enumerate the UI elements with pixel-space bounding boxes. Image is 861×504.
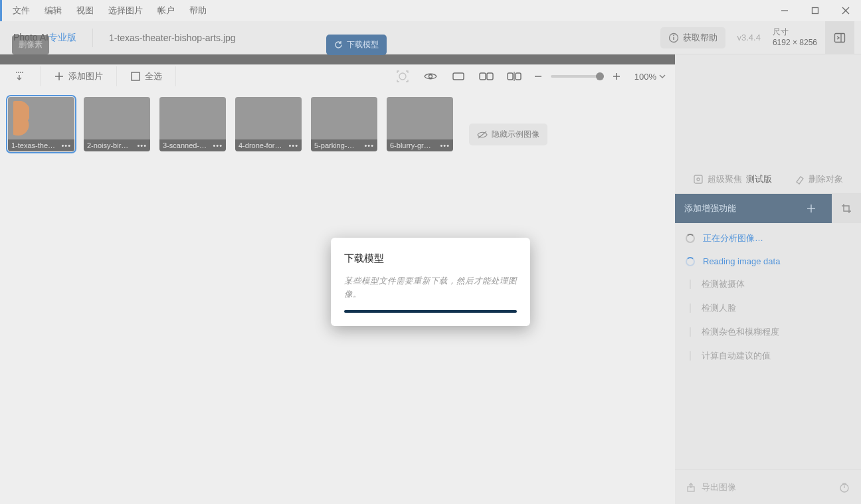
step-label: 检测人脸 <box>702 302 736 314</box>
view-single-button[interactable] <box>447 65 470 88</box>
step-label: 检测杂色和模糊程度 <box>702 326 779 338</box>
add-images-button[interactable]: 添加图片 <box>48 67 108 86</box>
svg-point-10 <box>18 72 19 73</box>
panel-icon <box>834 32 846 44</box>
thumbnail-label: 6-blurry-gr… <box>390 141 440 149</box>
menu-account[interactable]: 帐户 <box>157 5 175 17</box>
step-detect-subject: 检测被摄体 <box>686 278 850 290</box>
tab-superfocus-label: 超级聚焦 <box>708 173 742 185</box>
step-reading: Reading image data <box>686 256 850 266</box>
thumbnail-menu-button[interactable]: ••• <box>137 141 147 149</box>
plus-icon <box>54 71 64 82</box>
svg-rect-29 <box>694 175 702 183</box>
tab-remove-object[interactable]: 删除对象 <box>794 173 843 185</box>
toggle-sidebar-button[interactable] <box>825 21 854 54</box>
thumbnail-item[interactable]: 2-noisy-bir…••• <box>84 97 150 151</box>
export-icon <box>686 482 696 493</box>
thumbnail-menu-button[interactable]: ••• <box>61 141 71 149</box>
menubar: 文件 编辑 视图 选择图片 帐户 帮助 <box>0 0 861 21</box>
add-enhance-row: 添加增强功能 <box>675 194 861 223</box>
canvas-actions: 删像素 下载模型 <box>0 35 675 55</box>
select-all-button[interactable]: 全选 <box>125 67 167 86</box>
zoom-in-button[interactable] <box>609 65 624 88</box>
help-label: 获取帮助 <box>683 32 718 44</box>
face-icon <box>396 70 409 83</box>
hide-samples-label: 隐藏示例图像 <box>492 129 539 140</box>
spinner-icon <box>686 234 695 243</box>
face-detect-button[interactable] <box>391 65 414 88</box>
remove-pixel-badge[interactable]: 删像素 <box>12 35 49 54</box>
thumbnail-item[interactable]: 1-texas-the…••• <box>8 97 74 151</box>
thumbnail-item[interactable]: 5-parking-…••• <box>311 97 377 151</box>
close-button[interactable] <box>830 0 861 21</box>
select-all-label: 全选 <box>145 70 162 82</box>
right-sidebar: 超级聚焦 测试版 删除对象 添加增强功能 正在分析图像… <box>675 54 861 504</box>
chevron-down-icon <box>659 73 666 80</box>
beta-badge: 测试版 <box>746 173 772 185</box>
zoom-out-button[interactable] <box>531 65 545 88</box>
thumbnail-menu-button[interactable]: ••• <box>364 141 374 149</box>
size-value: 6192 × 8256 <box>773 38 817 48</box>
svg-rect-1 <box>813 8 818 14</box>
svg-rect-21 <box>487 73 493 80</box>
thumbnail-label: 3-scanned-… <box>163 141 213 149</box>
menu-select-image[interactable]: 选择图片 <box>108 5 143 17</box>
export-label[interactable]: 导出图像 <box>702 481 736 493</box>
thumbnail-image: 6-blurry-gr…••• <box>387 97 453 151</box>
thumbnail-item[interactable]: 3-scanned-…••• <box>159 97 226 151</box>
add-enhance-button[interactable]: 添加增强功能 <box>675 194 832 223</box>
preview-visible-button[interactable] <box>419 65 442 88</box>
thumbnail-label: 1-texas-the… <box>11 141 61 149</box>
timer-button[interactable] <box>838 481 850 493</box>
menu-file[interactable]: 文件 <box>13 5 30 17</box>
thumbnail-image: 3-scanned-…••• <box>159 97 226 151</box>
svg-point-17 <box>399 73 406 80</box>
menu-edit[interactable]: 编辑 <box>45 5 62 17</box>
svg-rect-20 <box>480 73 486 80</box>
clock-icon <box>838 481 850 493</box>
thumbnail-menu-button[interactable]: ••• <box>440 141 450 149</box>
plus-small-icon <box>612 72 621 81</box>
menu-help[interactable]: 帮助 <box>189 5 207 17</box>
image-toolbar: 添加图片 全选 <box>0 64 675 88</box>
step-detect-noise: 检测杂色和模糊程度 <box>686 326 850 338</box>
hide-samples-button[interactable]: 隐藏示例图像 <box>469 124 547 145</box>
minimize-button[interactable] <box>769 0 800 21</box>
thumbnail-image: 1-texas-the…••• <box>8 97 74 151</box>
maximize-button[interactable] <box>800 0 830 21</box>
svg-point-9 <box>16 72 17 73</box>
zoom-slider[interactable] <box>551 75 604 78</box>
thumbnail-item[interactable]: 4-drone-for…••• <box>235 97 302 151</box>
download-model-button[interactable]: 下载模型 <box>326 35 387 55</box>
step-label: 计算自动建议的值 <box>702 350 771 362</box>
analysis-steps: 正在分析图像… Reading image data 检测被摄体 检测人脸 检测… <box>675 223 861 371</box>
view-compare-button[interactable] <box>503 65 526 88</box>
crop-button[interactable] <box>832 194 861 223</box>
sort-button[interactable] <box>9 67 32 86</box>
progress-fill <box>344 310 517 313</box>
size-label: 尺寸 <box>773 27 817 38</box>
thumbnail-item[interactable]: 6-blurry-gr…••• <box>387 97 453 151</box>
tab-superfocus[interactable]: 超级聚焦 测试版 <box>693 173 772 185</box>
zoom-value-dropdown[interactable]: 100% <box>634 72 666 82</box>
plus-icon <box>807 204 816 213</box>
sidebar-tabs: 超级聚焦 测试版 删除对象 <box>675 165 861 194</box>
step-auto-suggest: 计算自动建议的值 <box>686 350 850 362</box>
svg-rect-22 <box>508 73 513 80</box>
refresh-icon <box>334 41 343 49</box>
menu-view[interactable]: 视图 <box>76 5 94 17</box>
thumbnail-menu-button[interactable]: ••• <box>288 141 298 149</box>
image-viewport[interactable]: 删像素 下载模型 <box>0 54 675 64</box>
slider-handle[interactable] <box>596 72 604 80</box>
thumbnail-label: 2-noisy-bir… <box>87 141 137 149</box>
view-split-button[interactable] <box>475 65 498 88</box>
step-label: Reading image data <box>703 256 780 266</box>
sidebar-preview-area <box>675 54 861 165</box>
download-model-label: 下载模型 <box>347 39 379 50</box>
tab-remove-label: 删除对象 <box>809 173 843 185</box>
svg-rect-19 <box>453 73 464 80</box>
eye-icon <box>424 72 437 81</box>
svg-point-12 <box>22 72 23 73</box>
thumbnail-menu-button[interactable]: ••• <box>213 141 223 149</box>
add-enhance-label: 添加增强功能 <box>684 203 736 214</box>
